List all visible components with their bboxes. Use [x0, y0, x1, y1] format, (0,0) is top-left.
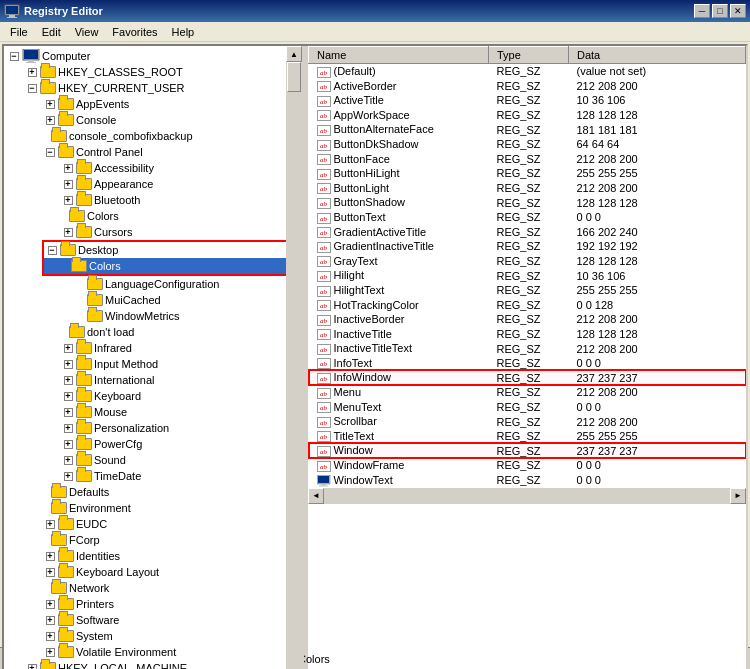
tree-node-eudc[interactable]: + EUDC — [6, 516, 300, 532]
table-row[interactable]: abInfoTextREG_SZ0 0 0 — [309, 356, 746, 371]
tree-node-hklm[interactable]: + HKEY_LOCAL_MACHINE — [6, 660, 300, 669]
maximize-button[interactable]: □ — [712, 4, 728, 18]
expander-powercfg[interactable]: + — [60, 436, 76, 452]
tree-node-console-combo[interactable]: console_combofixbackup — [6, 128, 300, 144]
table-row[interactable]: abInactiveTitleREG_SZ128 128 128 — [309, 327, 746, 342]
expander-inputmethod[interactable]: + — [60, 356, 76, 372]
expander-appevents[interactable]: + — [42, 96, 58, 112]
table-row[interactable]: abButtonAlternateFaceREG_SZ181 181 181 — [309, 122, 746, 137]
tree-node-personalization[interactable]: + Personalization — [6, 420, 300, 436]
tree-node-environment[interactable]: Environment — [6, 500, 300, 516]
tree-node-langconfig[interactable]: LanguageConfiguration — [6, 276, 300, 292]
tree-node-fcorp[interactable]: FCorp — [6, 532, 300, 548]
expander-infrared[interactable]: + — [60, 340, 76, 356]
expander-console[interactable]: + — [42, 112, 58, 128]
tree-node-infrared[interactable]: + Infrared — [6, 340, 300, 356]
menu-file[interactable]: File — [4, 24, 34, 40]
tree-node-console[interactable]: + Console — [6, 112, 300, 128]
tree-node-mouse[interactable]: + Mouse — [6, 404, 300, 420]
table-row[interactable]: abAppWorkSpaceREG_SZ128 128 128 — [309, 108, 746, 123]
expander-hkcu[interactable]: − — [24, 80, 40, 96]
table-row[interactable]: abInactiveTitleTextREG_SZ212 208 200 — [309, 341, 746, 356]
table-row[interactable]: abTitleTextREG_SZ255 255 255 — [309, 429, 746, 444]
scrollbar-up-btn[interactable]: ▲ — [286, 46, 302, 62]
menu-view[interactable]: View — [69, 24, 105, 40]
col-data[interactable]: Data — [569, 47, 746, 64]
table-row[interactable]: ab(Default)REG_SZ(value not set) — [309, 64, 746, 79]
tree-node-printers[interactable]: + Printers — [6, 596, 300, 612]
table-row[interactable]: abInactiveBorderREG_SZ212 208 200 — [309, 312, 746, 327]
expander-personalization[interactable]: + — [60, 420, 76, 436]
detail-hscrollbar[interactable]: ◄ ► — [308, 488, 746, 504]
tree-node-timedate[interactable]: + TimeDate — [6, 468, 300, 484]
table-row[interactable]: abGrayTextREG_SZ128 128 128 — [309, 254, 746, 269]
expander-fcorp[interactable] — [42, 532, 51, 548]
tree-node-muicached[interactable]: MuiCached — [6, 292, 300, 308]
expander-eudc[interactable]: + — [42, 516, 58, 532]
table-row[interactable]: abMenuTextREG_SZ0 0 0 — [309, 400, 746, 415]
table-row[interactable]: abButtonFaceREG_SZ212 208 200 — [309, 152, 746, 167]
tree-node-defaults[interactable]: Defaults — [6, 484, 300, 500]
close-button[interactable]: ✕ — [730, 4, 746, 18]
table-row[interactable]: abButtonShadowREG_SZ128 128 128 — [309, 195, 746, 210]
tree-scrollbar[interactable]: ▲ ▼ — [286, 46, 302, 669]
tree-node-colors-cp[interactable]: Colors — [6, 208, 300, 224]
tree-node-computer[interactable]: − Computer — [6, 48, 300, 64]
expander-dontload[interactable] — [60, 324, 69, 340]
tree-node-volatile-env[interactable]: + Volatile Environment — [6, 644, 300, 660]
tree-node-control-panel[interactable]: − Control Panel — [6, 144, 300, 160]
scrollbar-thumb[interactable] — [287, 62, 301, 92]
menu-edit[interactable]: Edit — [36, 24, 67, 40]
expander-printers[interactable]: + — [42, 596, 58, 612]
expander-mouse[interactable]: + — [60, 404, 76, 420]
expander-cursors[interactable]: + — [60, 224, 76, 240]
tree-node-bluetooth[interactable]: + Bluetooth — [6, 192, 300, 208]
table-row[interactable]: abButtonLightREG_SZ212 208 200 — [309, 181, 746, 196]
tree-node-software[interactable]: + Software — [6, 612, 300, 628]
table-row[interactable]: abInfoWindowREG_SZ237 237 237 — [309, 370, 746, 385]
col-name[interactable]: Name — [309, 47, 489, 64]
expander-bluetooth[interactable]: + — [60, 192, 76, 208]
table-row[interactable]: abHilightREG_SZ10 36 106 — [309, 268, 746, 283]
tree-node-cursors[interactable]: + Cursors — [6, 224, 300, 240]
expander-colors-desktop[interactable] — [62, 258, 71, 274]
expander-console-combo[interactable] — [42, 128, 51, 144]
table-row[interactable]: abWindowREG_SZ237 237 237 — [309, 443, 746, 458]
col-type[interactable]: Type — [489, 47, 569, 64]
expander-keyboard-layout[interactable]: + — [42, 564, 58, 580]
expander-international[interactable]: + — [60, 372, 76, 388]
expander-defaults[interactable] — [42, 484, 51, 500]
tree-node-system[interactable]: + System — [6, 628, 300, 644]
menu-help[interactable]: Help — [166, 24, 201, 40]
expander-colors-cp[interactable] — [60, 208, 69, 224]
table-row[interactable]: abButtonHiLightREG_SZ255 255 255 — [309, 166, 746, 181]
table-row[interactable]: WindowTextREG_SZ0 0 0 — [309, 473, 746, 488]
tree-node-windowmetrics[interactable]: WindowMetrics — [6, 308, 300, 324]
tree-node-powercfg[interactable]: + PowerCfg — [6, 436, 300, 452]
expander-timedate[interactable]: + — [60, 468, 76, 484]
table-row[interactable]: abWindowFrameREG_SZ0 0 0 — [309, 458, 746, 473]
expander-computer[interactable]: − — [6, 48, 22, 64]
expander-accessibility[interactable]: + — [60, 160, 76, 176]
tree-node-hkey-classes-root[interactable]: + HKEY_CLASSES_ROOT — [6, 64, 300, 80]
minimize-button[interactable]: ─ — [694, 4, 710, 18]
expander-volatile-env[interactable]: + — [42, 644, 58, 660]
expander-desktop[interactable]: − — [44, 242, 60, 258]
tree-node-desktop[interactable]: − Desktop — [44, 242, 298, 258]
expander-software[interactable]: + — [42, 612, 58, 628]
table-row[interactable]: abGradientActiveTitleREG_SZ166 202 240 — [309, 225, 746, 240]
expander-langconfig[interactable] — [78, 276, 87, 292]
expander-control-panel[interactable]: − — [42, 144, 58, 160]
table-row[interactable]: abScrollbarREG_SZ212 208 200 — [309, 414, 746, 429]
tree-node-international[interactable]: + International — [6, 372, 300, 388]
tree-node-identities[interactable]: + Identities — [6, 548, 300, 564]
tree-node-appevents[interactable]: + AppEvents — [6, 96, 300, 112]
hscroll-left-btn[interactable]: ◄ — [308, 488, 324, 504]
tree-pane[interactable]: − Computer + HKEY_CLASSES_ROOT — [4, 46, 304, 669]
tree-node-accessibility[interactable]: + Accessibility — [6, 160, 300, 176]
expander-system[interactable]: + — [42, 628, 58, 644]
expander-environment[interactable] — [42, 500, 51, 516]
tree-node-network[interactable]: Network — [6, 580, 300, 596]
table-row[interactable]: abMenuREG_SZ212 208 200 — [309, 385, 746, 400]
table-row[interactable]: abHilightTextREG_SZ255 255 255 — [309, 283, 746, 298]
